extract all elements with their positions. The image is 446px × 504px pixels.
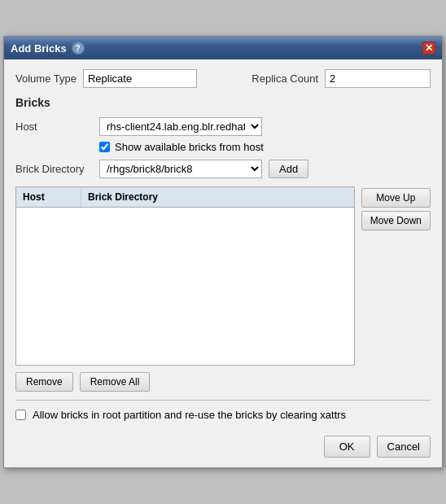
table-header: Host Brick Directory bbox=[16, 187, 354, 208]
dialog-title: Add Bricks bbox=[11, 42, 67, 55]
help-button[interactable]: ? bbox=[72, 42, 85, 55]
ok-button[interactable]: OK bbox=[324, 436, 370, 458]
brick-dir-select[interactable]: /rhgs/brick8/brick8 bbox=[99, 160, 262, 178]
replica-count-label: Replica Count bbox=[251, 72, 318, 85]
separator bbox=[15, 400, 431, 401]
host-row: Host rhs-client24.lab.eng.blr.redhat.com bbox=[15, 117, 431, 136]
dialog-titlebar: Add Bricks ? ✕ bbox=[4, 37, 442, 59]
side-buttons: Move Up Move Down bbox=[361, 186, 431, 230]
bricks-section-title: Bricks bbox=[15, 96, 431, 109]
allow-bricks-row: Allow bricks in root partition and re-us… bbox=[15, 409, 431, 421]
host-label: Host bbox=[15, 121, 93, 133]
add-bricks-dialog: Add Bricks ? ✕ Volume Type Replica Count… bbox=[3, 36, 443, 468]
move-up-button[interactable]: Move Up bbox=[361, 188, 431, 208]
remove-all-button[interactable]: Remove All bbox=[80, 372, 151, 392]
show-bricks-label: Show available bricks from host bbox=[115, 141, 264, 153]
table-brick-dir-header: Brick Directory bbox=[81, 187, 354, 207]
show-bricks-row: Show available bricks from host bbox=[99, 141, 431, 153]
titlebar-left: Add Bricks ? bbox=[11, 42, 85, 55]
bricks-table: Host Brick Directory bbox=[15, 186, 355, 366]
show-bricks-checkbox[interactable] bbox=[99, 142, 110, 152]
volume-type-input[interactable] bbox=[83, 69, 197, 88]
table-body bbox=[16, 208, 354, 354]
table-host-header: Host bbox=[16, 187, 81, 207]
move-down-button[interactable]: Move Down bbox=[361, 211, 431, 230]
host-select[interactable]: rhs-client24.lab.eng.blr.redhat.com bbox=[99, 117, 262, 136]
volume-type-label: Volume Type bbox=[15, 72, 77, 85]
add-button[interactable]: Add bbox=[269, 160, 308, 178]
bottom-btns-row: Remove Remove All bbox=[15, 372, 431, 392]
brick-dir-row: Brick Directory /rhgs/brick8/brick8 Add bbox=[15, 160, 431, 178]
close-button[interactable]: ✕ bbox=[422, 42, 435, 55]
table-area: Host Brick Directory Move Up Move Down bbox=[15, 186, 431, 366]
allow-bricks-label: Allow bricks in root partition and re-us… bbox=[33, 409, 346, 421]
dialog-footer: OK Cancel bbox=[15, 432, 431, 458]
dialog-body: Volume Type Replica Count Bricks Host rh… bbox=[4, 59, 442, 467]
replica-count-input[interactable] bbox=[325, 69, 431, 88]
remove-button[interactable]: Remove bbox=[15, 372, 73, 392]
brick-dir-label: Brick Directory bbox=[15, 163, 93, 175]
cancel-button[interactable]: Cancel bbox=[377, 436, 431, 458]
volume-type-row: Volume Type Replica Count bbox=[15, 69, 431, 88]
allow-bricks-checkbox[interactable] bbox=[15, 410, 26, 420]
